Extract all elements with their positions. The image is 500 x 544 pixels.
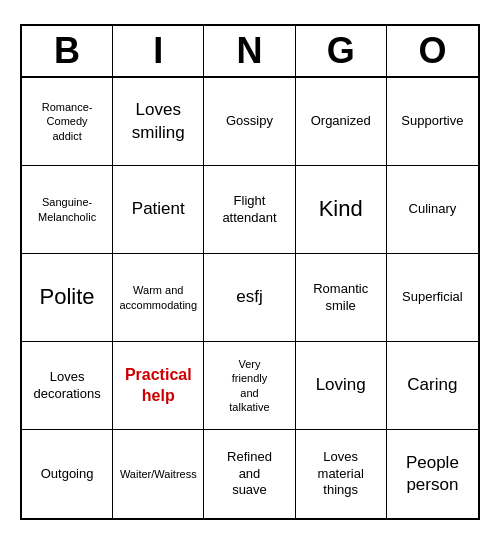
bingo-cell: Lovesmaterialthings	[296, 430, 387, 518]
bingo-cell: Warm andaccommodating	[113, 254, 204, 342]
cell-text: Outgoing	[41, 466, 94, 483]
header-letter: O	[387, 26, 478, 76]
bingo-grid: Romance-ComedyaddictLovessmilingGossipyO…	[22, 78, 478, 518]
bingo-cell: Flightattendant	[204, 166, 295, 254]
bingo-cell: Outgoing	[22, 430, 113, 518]
bingo-card: BINGO Romance-ComedyaddictLovessmilingGo…	[20, 24, 480, 520]
bingo-cell: Waiter/Waitress	[113, 430, 204, 518]
bingo-cell: Superficial	[387, 254, 478, 342]
header-letter: G	[296, 26, 387, 76]
cell-text: Supportive	[401, 113, 463, 130]
bingo-cell: Romanticsmile	[296, 254, 387, 342]
bingo-cell: Patient	[113, 166, 204, 254]
bingo-header: BINGO	[22, 26, 478, 78]
cell-text: Lovesmaterialthings	[318, 449, 364, 500]
bingo-cell: Culinary	[387, 166, 478, 254]
bingo-cell: Caring	[387, 342, 478, 430]
header-letter: I	[113, 26, 204, 76]
bingo-cell: Practicalhelp	[113, 342, 204, 430]
bingo-cell: Gossipy	[204, 78, 295, 166]
bingo-cell: Peopleperson	[387, 430, 478, 518]
bingo-cell: Refinedandsuave	[204, 430, 295, 518]
cell-text: Patient	[132, 198, 185, 220]
cell-text: Gossipy	[226, 113, 273, 130]
cell-text: Peopleperson	[406, 452, 459, 496]
cell-text: Loving	[316, 374, 366, 396]
cell-text: Sanguine-Melancholic	[38, 195, 96, 224]
bingo-cell: Lovessmiling	[113, 78, 204, 166]
bingo-cell: Kind	[296, 166, 387, 254]
cell-text: Culinary	[409, 201, 457, 218]
cell-text: Polite	[40, 283, 95, 312]
cell-text: Lovesdecorations	[33, 369, 100, 403]
cell-text: Waiter/Waitress	[120, 467, 197, 481]
cell-text: Superficial	[402, 289, 463, 306]
bingo-cell: Sanguine-Melancholic	[22, 166, 113, 254]
cell-text: esfj	[236, 286, 262, 308]
cell-text: Warm andaccommodating	[119, 283, 197, 312]
cell-text: Romance-Comedyaddict	[42, 100, 93, 143]
cell-text: Lovessmiling	[132, 99, 185, 143]
cell-text: Caring	[407, 374, 457, 396]
cell-text: Organized	[311, 113, 371, 130]
bingo-cell: Veryfriendlyandtalkative	[204, 342, 295, 430]
cell-text: Refinedandsuave	[227, 449, 272, 500]
bingo-cell: Romance-Comedyaddict	[22, 78, 113, 166]
cell-text: Practicalhelp	[125, 365, 192, 407]
cell-text: Flightattendant	[222, 193, 276, 227]
bingo-cell: Polite	[22, 254, 113, 342]
cell-text: Romanticsmile	[313, 281, 368, 315]
cell-text: Kind	[319, 195, 363, 224]
bingo-cell: Loving	[296, 342, 387, 430]
bingo-cell: Lovesdecorations	[22, 342, 113, 430]
bingo-cell: esfj	[204, 254, 295, 342]
bingo-cell: Organized	[296, 78, 387, 166]
header-letter: B	[22, 26, 113, 76]
bingo-cell: Supportive	[387, 78, 478, 166]
header-letter: N	[204, 26, 295, 76]
cell-text: Veryfriendlyandtalkative	[229, 357, 269, 414]
